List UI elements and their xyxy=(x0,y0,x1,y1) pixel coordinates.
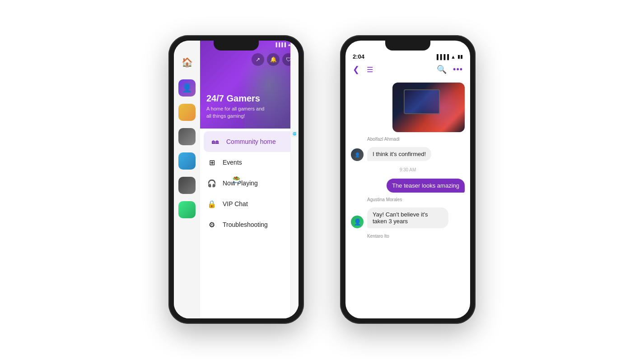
chat-header: ❮ ☰ 🔍 ••• xyxy=(345,61,470,79)
msg-row-sent: The teaser looks amazing xyxy=(351,179,465,193)
phone1-content: 🏠 ▐▐▐▐ ▲ xyxy=(174,41,299,318)
signal-bars-icon: ▐▐▐▐ xyxy=(435,54,449,60)
avatar-abolfazl: 👤 xyxy=(351,148,364,161)
bubble-yay: Yay! Can't believe it's taken 3 years xyxy=(367,207,448,228)
troubleshooting-icon: ⚙ xyxy=(206,219,217,230)
menu-label-vip-chat: VIP Chat xyxy=(223,200,248,207)
phone2-content: 2:04 ▐▐▐▐ ▲ ▮▮ ❮ ☰ 🔍 ••• xyxy=(345,41,470,318)
events-icon: ⊞ xyxy=(206,157,217,168)
sender-name-abolfazl-label: Abolfazl Ahmadi xyxy=(367,137,465,142)
sidebar: 🏠 xyxy=(174,41,200,318)
menu-item-events[interactable]: ⊞ Events xyxy=(200,152,299,173)
search-icon[interactable]: 🔍 xyxy=(437,64,447,74)
bubble-confirmed: I think it's confirmed! xyxy=(367,147,431,161)
menu-label-events: Events xyxy=(223,159,242,166)
chat-image-message xyxy=(392,83,465,132)
avatar-1[interactable] xyxy=(178,79,196,97)
phone-chat: 2:04 ▐▐▐▐ ▲ ▮▮ ❮ ☰ 🔍 ••• xyxy=(340,35,476,324)
menu-label-community-home: Community home xyxy=(226,138,276,145)
now-playing-icon: 🎧 xyxy=(206,178,217,189)
main-area: ▐▐▐▐ ▲ ▮ ↗ 🔔 🛡 ❯ 24/7 Gamers A home xyxy=(200,41,299,318)
battery-status-icon: ▮▮ xyxy=(457,54,463,60)
hero-banner: ▐▐▐▐ ▲ ▮ ↗ 🔔 🛡 ❯ 24/7 Gamers A home xyxy=(200,41,299,129)
msg-row-agustina: 👤 Yay! Can't believe it's taken 3 years xyxy=(351,207,465,228)
chat-header-left: ❮ ☰ xyxy=(353,64,373,74)
vip-chat-icon: 🔒 xyxy=(206,198,217,209)
image-glow xyxy=(421,83,465,132)
share-icon[interactable]: ↗ xyxy=(252,53,264,66)
notification-icon[interactable]: 🔔 xyxy=(267,53,280,66)
hamburger-icon[interactable]: ☰ xyxy=(367,65,373,74)
scene: 🏠 ▐▐▐▐ ▲ xyxy=(0,0,644,359)
avatar-3[interactable] xyxy=(178,128,196,145)
sender-name-agustina-label: Agustina Morales xyxy=(367,197,465,202)
status-icons: ▐▐▐▐ ▲ ▮▮ xyxy=(435,54,463,60)
phone-community: 🏠 ▐▐▐▐ ▲ xyxy=(168,35,304,324)
notch-2 xyxy=(385,41,430,51)
gaming-image xyxy=(392,83,465,132)
avatar-agustina: 👤 xyxy=(351,216,364,228)
home-icon[interactable]: 🏠 xyxy=(179,54,195,70)
chat-body: Abolfazl Ahmadi 👤 I think it's confirmed… xyxy=(345,79,470,318)
status-time: 2:04 xyxy=(353,53,364,60)
menu-label-now-playing: Now Playing xyxy=(223,180,258,187)
chat-header-right: 🔍 ••• xyxy=(437,64,463,74)
menu-item-now-playing[interactable]: 🎧 Now Playing xyxy=(200,173,299,193)
avatar-6[interactable] xyxy=(178,201,196,218)
avatar-2[interactable] xyxy=(178,104,196,121)
hero-action-icons: ↗ 🔔 🛡 xyxy=(252,53,295,66)
menu-label-troubleshooting: Troubleshooting xyxy=(223,221,268,228)
time-stamp: 9:30 AM xyxy=(351,167,465,172)
chat-status-bar: 2:04 ▐▐▐▐ ▲ ▮▮ xyxy=(345,51,470,61)
sender-name-kentaro: Kentaro Ito xyxy=(367,234,465,239)
hero-text: 24/7 Gamers A home for all gamers and al… xyxy=(206,93,270,120)
partial-right-panel: 🌐 xyxy=(290,41,299,318)
wifi-status-icon: ▲ xyxy=(451,54,456,60)
community-title: 24/7 Gamers xyxy=(206,93,270,104)
more-icon[interactable]: ••• xyxy=(453,65,463,74)
community-subtitle: A home for all gamers and all things gam… xyxy=(206,106,270,120)
community-home-icon: 🏘 xyxy=(210,136,221,147)
signal-icon: ▐▐▐▐ xyxy=(275,42,286,47)
avatar-5[interactable] xyxy=(178,177,196,194)
back-icon[interactable]: ❮ xyxy=(353,64,359,74)
partial-badge: 🌐 xyxy=(291,131,298,137)
avatar-4[interactable] xyxy=(178,152,196,170)
menu-list: 🏘 Community home ⊞ Events 🎧 Now Playing xyxy=(200,129,299,318)
menu-item-vip-chat[interactable]: 🔒 VIP Chat xyxy=(200,193,299,214)
menu-item-troubleshooting[interactable]: ⚙ Troubleshooting xyxy=(200,214,299,235)
notch-1 xyxy=(214,41,259,51)
msg-row-abolfazl: 👤 I think it's confirmed! xyxy=(351,147,465,161)
bubble-teaser: The teaser looks amazing xyxy=(387,179,465,193)
menu-item-community-home[interactable]: 🏘 Community home xyxy=(204,131,295,152)
